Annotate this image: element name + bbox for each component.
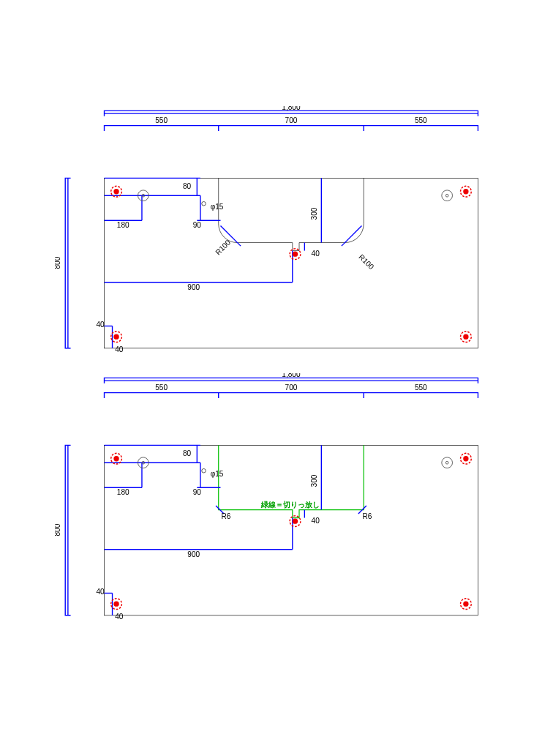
dim-w-right: 550	[415, 116, 427, 124]
dim-overall-h: 800	[55, 256, 61, 269]
svg-point-59	[463, 602, 468, 607]
dim-corner-in: 40	[96, 588, 105, 596]
dim-40-notch: 40	[312, 250, 320, 258]
dim-corner-up: 40	[115, 345, 124, 353]
svg-point-61	[293, 518, 298, 523]
svg-point-53	[113, 456, 119, 461]
dim-overall-w: 1,800	[282, 106, 301, 111]
leg-icon	[461, 453, 472, 464]
dim-w-left: 550	[155, 116, 168, 124]
svg-point-20	[445, 194, 448, 197]
page: 1,800 550 700 550 800 80 180 90 300 40 9…	[0, 0, 534, 756]
svg-point-57	[113, 602, 119, 607]
svg-point-18	[202, 201, 206, 206]
svg-rect-2	[105, 178, 478, 348]
svg-point-30	[293, 251, 298, 256]
leg-icon	[461, 599, 472, 610]
dim-w-mid: 700	[285, 116, 298, 124]
dim-r-right: R6	[362, 512, 372, 520]
dim-90: 90	[193, 221, 202, 229]
dim-corner-in: 40	[96, 321, 105, 329]
leg-icon	[461, 186, 472, 197]
dim-r-right: R100	[357, 252, 375, 271]
svg-point-26	[113, 334, 119, 340]
hole-icon	[442, 457, 453, 468]
dim-40-notch: 40	[312, 517, 320, 525]
svg-point-55	[463, 456, 468, 461]
dim-90: 90	[193, 488, 202, 496]
dim-r-left: R6	[221, 512, 230, 520]
dim-80: 80	[183, 449, 192, 457]
green-note: 緑線＝切りっ放し	[260, 501, 320, 509]
dim-phi: φ15	[211, 470, 224, 478]
drawing-bottom: 1,800 550 700 550 800 緑線＝切りっ放し 80 180 90…	[55, 373, 494, 622]
dim-80: 80	[183, 182, 192, 190]
dim-900: 900	[187, 550, 200, 558]
svg-point-49	[202, 468, 206, 473]
dim-900: 900	[187, 283, 200, 291]
svg-point-51	[445, 461, 448, 464]
dim-corner-up: 40	[115, 613, 124, 621]
leg-icon	[461, 332, 472, 343]
svg-point-24	[463, 189, 468, 194]
dim-w-mid: 700	[285, 383, 298, 392]
svg-line-17	[342, 226, 362, 247]
dim-300: 300	[310, 207, 318, 220]
dim-overall-w: 1,800	[282, 373, 301, 378]
dim-w-right: 550	[415, 383, 427, 392]
drawing-top: 1,800 550 700 550 800 80 180 90 300 40 9…	[55, 106, 494, 355]
svg-rect-33	[105, 445, 478, 615]
leg-icon	[290, 249, 301, 260]
dim-300: 300	[310, 474, 318, 487]
dim-w-left: 550	[155, 383, 168, 392]
svg-point-28	[463, 334, 468, 340]
dim-180: 180	[117, 488, 129, 496]
dim-180: 180	[117, 221, 129, 229]
dim-overall-h: 800	[55, 523, 61, 536]
svg-point-22	[113, 189, 119, 194]
dim-phi: φ15	[211, 203, 224, 211]
hole-icon	[442, 190, 453, 201]
